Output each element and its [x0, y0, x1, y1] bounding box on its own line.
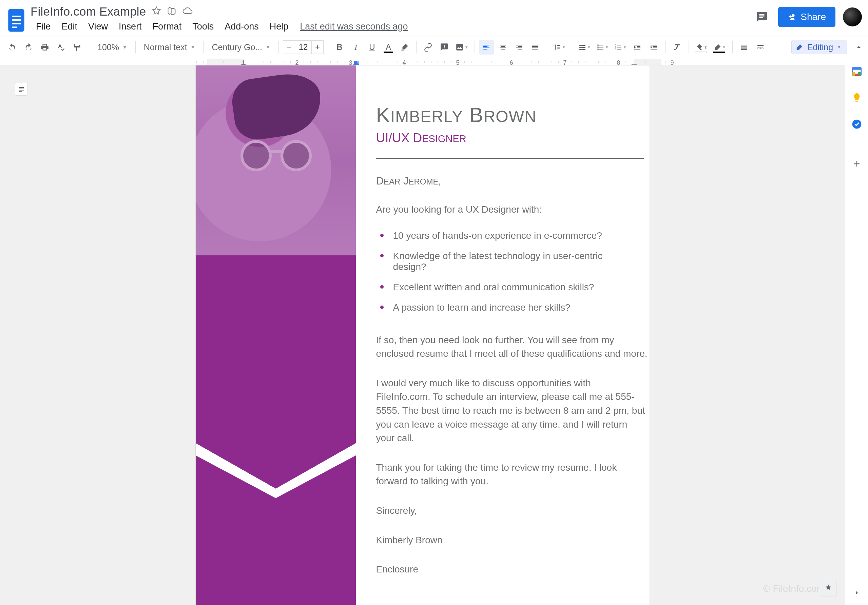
- svg-rect-2: [12, 19, 21, 21]
- menu-tools[interactable]: Tools: [187, 20, 219, 33]
- explore-button[interactable]: [820, 580, 837, 597]
- share-button-label: Share: [800, 12, 826, 22]
- toolbar: 100%▼ Normal text▼ Century Go...▼ − + B …: [0, 37, 868, 67]
- border-style-button[interactable]: [753, 40, 768, 54]
- insert-image-button[interactable]: ▼: [453, 40, 470, 54]
- divider: [376, 158, 644, 159]
- svg-point-7: [597, 48, 599, 50]
- document-title[interactable]: FileInfo.com Example: [31, 5, 146, 18]
- menu-format[interactable]: Format: [147, 20, 187, 33]
- menu-addons[interactable]: Add-ons: [219, 20, 264, 33]
- move-icon[interactable]: [167, 6, 177, 17]
- svg-point-6: [597, 46, 599, 48]
- checklist-button[interactable]: ▼: [576, 40, 593, 54]
- editing-mode-select[interactable]: Editing ▼: [791, 40, 847, 54]
- list-item: Excellent written and oral communication…: [376, 277, 629, 297]
- calendar-addon-icon[interactable]: [850, 65, 863, 78]
- align-center-button[interactable]: [495, 40, 510, 54]
- menu-insert[interactable]: Insert: [113, 20, 147, 33]
- svg-rect-15: [855, 74, 859, 76]
- list-item: Knowledge of the latest technology in us…: [376, 246, 629, 277]
- menu-view[interactable]: View: [83, 20, 113, 33]
- font-size-decrease[interactable]: −: [283, 40, 295, 54]
- menu-edit[interactable]: Edit: [56, 20, 83, 33]
- profile-photo: [196, 65, 356, 255]
- signature: Kimberly Brown: [376, 534, 648, 547]
- signoff: Sincerely,: [376, 504, 648, 518]
- collapse-toolbar-button[interactable]: [854, 43, 863, 51]
- bulleted-list-button[interactable]: ▼: [594, 40, 611, 54]
- spellcheck-button[interactable]: [54, 40, 68, 54]
- document-outline-toggle[interactable]: [15, 83, 28, 96]
- side-panel: [845, 56, 868, 605]
- indent-decrease-button[interactable]: [630, 40, 645, 54]
- paragraph: If so, then you need look no further. Yo…: [376, 333, 648, 361]
- text-color-button[interactable]: A: [381, 40, 396, 54]
- highlight-color-button[interactable]: [397, 40, 412, 54]
- insert-comment-button[interactable]: [437, 40, 452, 54]
- menu-file[interactable]: File: [31, 20, 56, 33]
- zoom-select[interactable]: 100%▼: [93, 40, 131, 54]
- list-item: 10 years of hands-on experience in e-com…: [376, 226, 629, 246]
- list-item: A passion to learn and increase her skil…: [376, 297, 629, 318]
- share-button[interactable]: Share: [778, 7, 835, 27]
- align-right-button[interactable]: [512, 40, 526, 54]
- svg-text:3: 3: [615, 48, 617, 51]
- insert-link-button[interactable]: [421, 40, 436, 54]
- svg-point-16: [852, 120, 861, 129]
- salutation: DEAR JEROME,: [376, 175, 629, 187]
- redo-button[interactable]: [21, 40, 36, 54]
- last-edit-link[interactable]: Last edit was seconds ago: [300, 22, 408, 32]
- hide-side-panel-button[interactable]: [853, 589, 861, 598]
- italic-button[interactable]: I: [348, 40, 363, 54]
- editing-mode-label: Editing: [807, 42, 833, 52]
- svg-rect-1: [12, 15, 21, 17]
- align-left-button[interactable]: [479, 40, 494, 54]
- get-addons-button[interactable]: [850, 157, 863, 170]
- font-size-control: − +: [283, 40, 324, 54]
- font-size-input[interactable]: [295, 40, 312, 54]
- applicant-role: UI/UX DESIGNER: [376, 131, 629, 145]
- intro-line: Are you looking for a UX Designer with:: [376, 203, 648, 217]
- undo-button[interactable]: [5, 40, 20, 54]
- numbered-list-button[interactable]: 123▼: [612, 40, 629, 54]
- page[interactable]: KIMBERLY BROWN UI/UX DESIGNER DEAR JEROM…: [195, 65, 650, 605]
- cloud-status-icon[interactable]: [182, 7, 193, 16]
- open-comments-button[interactable]: [753, 8, 770, 26]
- applicant-name: KIMBERLY BROWN: [376, 103, 629, 127]
- menu-help[interactable]: Help: [264, 20, 294, 33]
- underline-button[interactable]: U: [365, 40, 380, 54]
- print-button[interactable]: [37, 40, 52, 54]
- keep-addon-icon[interactable]: [850, 91, 863, 104]
- svg-rect-4: [12, 26, 17, 28]
- app-header: FileInfo.com Example File Edit View Inse…: [0, 0, 868, 37]
- menu-bar: File Edit View Insert Format Tools Add-o…: [31, 20, 753, 33]
- border-color-button[interactable]: ▼: [711, 40, 728, 54]
- cell-fill-button[interactable]: ▼: [693, 40, 710, 54]
- clear-formatting-button[interactable]: [670, 40, 685, 54]
- letter-content[interactable]: KIMBERLY BROWN UI/UX DESIGNER DEAR JEROM…: [376, 103, 629, 577]
- svg-rect-3: [12, 23, 21, 25]
- border-width-button[interactable]: [737, 40, 752, 54]
- paragraph: I would very much like to discuss opport…: [376, 376, 648, 445]
- svg-rect-14: [852, 72, 855, 76]
- indent-increase-button[interactable]: [646, 40, 661, 54]
- align-justify-button[interactable]: [528, 40, 543, 54]
- cover-photo-column: [196, 65, 356, 605]
- svg-rect-12: [852, 68, 861, 70]
- line-spacing-button[interactable]: ▼: [551, 40, 568, 54]
- tasks-addon-icon[interactable]: [850, 118, 863, 131]
- document-canvas[interactable]: KIMBERLY BROWN UI/UX DESIGNER DEAR JEROM…: [0, 65, 845, 605]
- star-icon[interactable]: [152, 6, 161, 17]
- docs-home-icon[interactable]: [4, 4, 28, 37]
- font-size-increase[interactable]: +: [312, 40, 324, 54]
- svg-point-5: [597, 45, 599, 46]
- enclosure-line: Enclosure: [376, 563, 648, 577]
- paragraph-style-select[interactable]: Normal text▼: [140, 40, 200, 54]
- watermark: © FileInfo.com: [763, 583, 825, 594]
- paragraph: Thank you for taking the time to review …: [376, 461, 648, 488]
- paint-format-button[interactable]: [70, 40, 85, 54]
- font-select[interactable]: Century Go...▼: [208, 40, 274, 54]
- account-avatar[interactable]: [843, 8, 862, 26]
- bold-button[interactable]: B: [332, 40, 347, 54]
